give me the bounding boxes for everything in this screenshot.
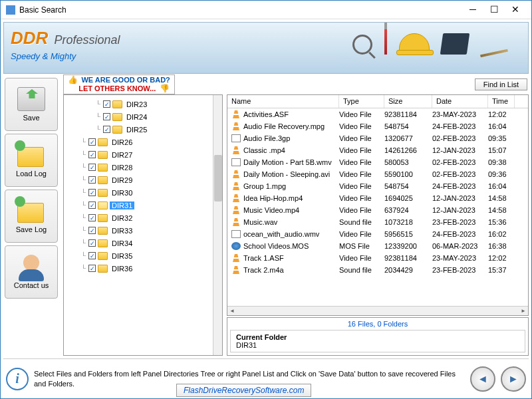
checkbox-icon[interactable]: ✓ — [88, 214, 96, 221]
table-row[interactable]: Track 2.m4aSound file203442923-FEB-20231… — [227, 264, 528, 276]
file-list[interactable]: Name Type Size Date Time Activities.ASFV… — [227, 94, 529, 316]
pen-icon — [480, 49, 508, 58]
tree-label: DIR33 — [110, 227, 134, 235]
tree-item-DIR24[interactable]: └✓DIR24 — [64, 110, 222, 123]
feedback-banner[interactable]: 👍 WE ARE GOOD OR BAD? LET OTHERS KNOW...… — [63, 74, 175, 94]
table-row[interactable]: Daily Motion - Sleeping.aviVideo File559… — [227, 168, 528, 180]
col-date[interactable]: Date — [432, 95, 488, 108]
cell-time: 16:02 — [488, 230, 515, 238]
tree-item-DIR34[interactable]: └✓DIR34 — [64, 237, 222, 249]
titlebar: Basic Search ─ ☐ ✕ — [1, 1, 531, 19]
cell-name: Classic .mp4 — [243, 146, 339, 154]
tree-item-DIR23[interactable]: └✓DIR23 — [64, 98, 222, 110]
minimize-button[interactable]: ─ — [462, 3, 483, 17]
tree-item-DIR36[interactable]: └✓DIR36 — [64, 262, 222, 275]
tree-item-DIR35[interactable]: └✓DIR35 — [64, 249, 222, 262]
table-row[interactable]: Music Video.mp4Video File63792412-JAN-20… — [227, 204, 528, 216]
checkbox-icon[interactable]: ✓ — [103, 113, 110, 120]
cell-time: 16:04 — [488, 122, 515, 130]
checkbox-icon[interactable]: ✓ — [88, 176, 96, 184]
tree-item-DIR32[interactable]: └✓DIR32 — [64, 211, 222, 224]
tree-scrollbar[interactable] — [213, 95, 222, 355]
cell-type: Video File — [339, 134, 384, 142]
folder-icon — [98, 138, 108, 146]
footer: i Select Files and Folders from left Pan… — [3, 358, 529, 398]
horizontal-scrollbar[interactable]: ◄ ► — [227, 306, 528, 315]
tree-item-DIR27[interactable]: └✓DIR27 — [64, 148, 222, 161]
checkbox-icon[interactable]: ✓ — [88, 252, 96, 259]
checkbox-icon[interactable]: ✓ — [103, 100, 110, 108]
tree-item-DIR25[interactable]: └✓DIR25 — [64, 123, 222, 136]
app-icon — [6, 5, 15, 15]
checkbox-icon[interactable]: ✓ — [88, 138, 96, 146]
cell-type: Sound file — [339, 218, 384, 226]
scrollbar-thumb[interactable] — [214, 155, 222, 201]
col-time[interactable]: Time — [488, 95, 515, 108]
save-button[interactable]: Save — [5, 78, 58, 131]
tree-label: DIR36 — [110, 265, 134, 273]
table-row[interactable]: Idea Hip-Hop.mp4Video File169402512-JAN-… — [227, 192, 528, 204]
checkbox-icon[interactable]: ✓ — [88, 239, 96, 247]
cell-time: 12:02 — [488, 110, 515, 118]
cell-name: Audio File Recovery.mpg — [243, 122, 339, 130]
helmet-icon — [399, 33, 430, 55]
table-row[interactable]: Track 1.ASFVideo File9238118423-MAY-2023… — [227, 252, 528, 264]
folder-save-icon — [17, 199, 45, 223]
table-row[interactable]: Group 1.mpgVideo File54875424-FEB-202316… — [227, 180, 528, 192]
table-row[interactable]: Activities.ASFVideo File9238118423-MAY-2… — [227, 108, 528, 120]
cell-size: 548754 — [384, 122, 432, 130]
table-row[interactable]: Music.wavSound file107321823-FEB-202315:… — [227, 216, 528, 228]
file-type-icon — [231, 206, 241, 214]
checkbox-icon[interactable]: ✓ — [88, 265, 96, 272]
tree-item-DIR31[interactable]: └✓DIR31 — [64, 199, 222, 211]
checkbox-icon[interactable]: ✓ — [103, 126, 110, 133]
checkbox-icon[interactable]: ✓ — [88, 201, 96, 209]
directory-tree[interactable]: └✓DIR23└✓DIR24└✓DIR25└✓DIR26└✓DIR27└✓DIR… — [63, 94, 223, 356]
nav-forward-button[interactable]: ► — [501, 366, 526, 392]
tree-item-DIR33[interactable]: └✓DIR33 — [64, 224, 222, 237]
current-folder-value: DIR31 — [236, 341, 519, 349]
col-name[interactable]: Name — [227, 95, 339, 108]
load-log-button[interactable]: Load Log — [5, 134, 58, 187]
cell-name: Track 2.m4a — [243, 266, 339, 274]
scroll-right-icon[interactable]: ► — [519, 307, 528, 315]
checkbox-icon[interactable]: ✓ — [88, 151, 96, 158]
cell-type: Video File — [339, 230, 384, 238]
cell-name: Group 1.mpg — [243, 182, 339, 190]
tree-item-DIR26[interactable]: └✓DIR26 — [64, 136, 222, 148]
table-row[interactable]: Audio File Recovery.mpgVideo File5487542… — [227, 120, 528, 132]
checkbox-icon[interactable]: ✓ — [88, 227, 96, 234]
tree-item-DIR29[interactable]: └✓DIR29 — [64, 174, 222, 186]
find-in-list-button[interactable]: Find in List — [475, 78, 527, 90]
cell-name: Idea Hip-Hop.mp4 — [243, 194, 339, 202]
folder-icon — [98, 164, 108, 172]
tree-item-DIR28[interactable]: └✓DIR28 — [64, 161, 222, 174]
tree-label: DIR30 — [110, 189, 134, 197]
cell-date: 24-FEB-2023 — [432, 182, 488, 190]
scroll-left-icon[interactable]: ◄ — [227, 307, 237, 315]
table-row[interactable]: Classic .mp4Video File1426126612-JAN-202… — [227, 144, 528, 156]
checkbox-icon[interactable]: ✓ — [88, 164, 96, 171]
tree-item-DIR30[interactable]: └✓DIR30 — [64, 186, 222, 199]
contact-us-button[interactable]: Contact us — [5, 245, 58, 299]
current-folder-label: Current Folder — [236, 333, 519, 341]
save-log-button[interactable]: Save Log — [5, 190, 58, 243]
close-button[interactable]: ✕ — [505, 3, 526, 17]
table-row[interactable]: Audio File.3gpVideo File132067702-FEB-20… — [227, 132, 528, 144]
table-row[interactable]: School Videos.MOSMOS File1233920006-MAR-… — [227, 240, 528, 252]
cell-time: 09:36 — [488, 170, 515, 178]
table-row[interactable]: ocean_with_audio.wmvVideo File595651524-… — [227, 228, 528, 240]
nav-back-button[interactable]: ◄ — [470, 366, 495, 392]
table-row[interactable]: Daily Motion - Part 5B.wmvVideo File5800… — [227, 156, 528, 168]
col-size[interactable]: Size — [384, 95, 432, 108]
website-link[interactable]: FlashDriveRecoverySoftware.com — [176, 384, 311, 397]
cell-size: 5956515 — [384, 230, 432, 238]
cell-name: School Videos.MOS — [243, 242, 339, 250]
col-type[interactable]: Type — [339, 95, 384, 108]
checkbox-icon[interactable]: ✓ — [88, 189, 96, 196]
info-icon: i — [6, 368, 29, 390]
cell-date: 23-MAY-2023 — [432, 254, 488, 262]
maximize-button[interactable]: ☐ — [483, 3, 505, 17]
cell-size: 12339200 — [384, 242, 432, 250]
cell-date: 02-FEB-2023 — [432, 170, 488, 178]
